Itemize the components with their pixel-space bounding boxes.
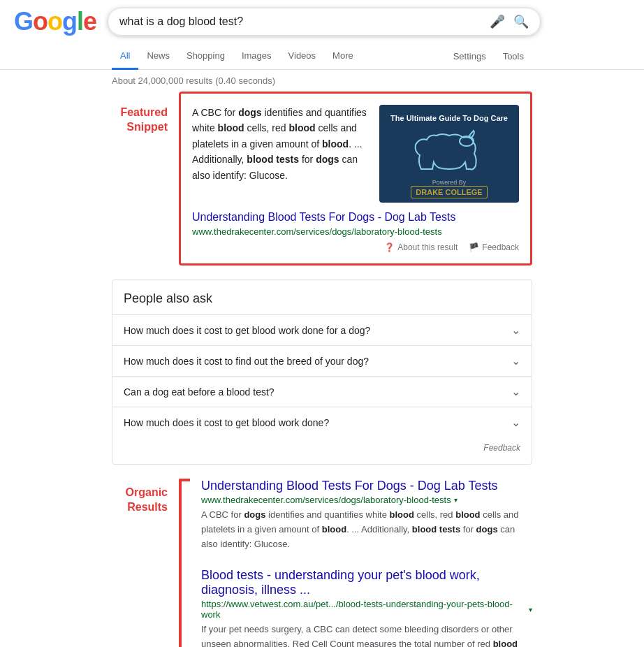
- organic-result-1: Understanding Blood Tests For Dogs - Dog…: [201, 479, 532, 551]
- featured-footer: ❓ About this result 🏴 Feedback: [192, 237, 519, 252]
- about-result-link[interactable]: ❓ About this result: [384, 242, 458, 252]
- results-count: About 24,000,000 results (0.40 seconds): [0, 70, 644, 92]
- featured-content: A CBC for dogs identifies and quantifies…: [192, 105, 519, 203]
- settings-link[interactable]: Settings: [445, 44, 495, 68]
- google-logo[interactable]: Google: [14, 7, 96, 36]
- people-also-ask-section: People also ask How much does it cost to…: [112, 279, 532, 465]
- logo-o2: o: [47, 7, 62, 36]
- logo-o1: o: [33, 7, 47, 36]
- chevron-down-icon-2: ⌄: [511, 354, 520, 368]
- feedback-icon: 🏴: [469, 242, 479, 252]
- result-snippet-2: If your pet needs surgery, a CBC can det…: [201, 623, 532, 647]
- question-text-1: How much does it cost to get blood work …: [124, 325, 370, 336]
- microphone-icon[interactable]: 🎤: [490, 14, 505, 29]
- people-question-3[interactable]: Can a dog eat before a blood test? ⌄: [112, 376, 532, 407]
- main-content: FeaturedSnippet A CBC for dogs identifie…: [0, 92, 644, 647]
- search-bar: 🎤 🔍: [108, 8, 541, 36]
- tools-link[interactable]: Tools: [495, 44, 532, 68]
- feedback-link[interactable]: 🏴 Feedback: [469, 242, 519, 252]
- featured-image-title: The Ultimate Guide To Dog Care: [385, 109, 513, 127]
- feedback-label: Feedback: [482, 242, 519, 252]
- header: Google 🎤 🔍: [0, 0, 644, 43]
- result-dropdown-icon-2[interactable]: ▾: [529, 606, 532, 613]
- question-text-4: How much does it cost to get blood work …: [124, 417, 329, 428]
- question-text-2: How much does it cost to find out the br…: [124, 356, 369, 367]
- about-result-label: About this result: [397, 242, 458, 252]
- result-dropdown-icon-1[interactable]: ▾: [454, 496, 458, 504]
- powered-by-text: Powered By: [432, 179, 467, 186]
- result-snippet-1: A CBC for dogs identifies and quantifies…: [201, 508, 532, 551]
- chevron-down-icon-1: ⌄: [511, 324, 520, 337]
- dog-silhouette-svg: [407, 127, 491, 176]
- featured-result-title[interactable]: Understanding Blood Tests For Dogs - Dog…: [192, 211, 519, 224]
- result-url-1: www.thedrakecenter.com/services/dogs/lab…: [201, 495, 451, 505]
- tab-all[interactable]: All: [112, 43, 138, 70]
- featured-image: The Ultimate Guide To Dog Care Powered B…: [379, 105, 519, 203]
- result-title-1[interactable]: Understanding Blood Tests For Dogs - Dog…: [201, 479, 532, 493]
- organic-results-section: OrganicResults Understanding Blood Tests…: [112, 479, 532, 647]
- logo-l: l: [77, 7, 83, 36]
- people-question-1[interactable]: How much does it cost to get blood work …: [112, 314, 532, 345]
- featured-snippet-text: A CBC for dogs identifies and quantifies…: [192, 105, 368, 203]
- featured-label-text: FeaturedSnippet: [112, 106, 168, 135]
- result-url-row-1: www.thedrakecenter.com/services/dogs/lab…: [201, 495, 532, 505]
- featured-box: A CBC for dogs identifies and quantifies…: [179, 92, 532, 266]
- logo-e: e: [83, 7, 96, 36]
- search-icon[interactable]: 🔍: [513, 14, 529, 29]
- people-question-4[interactable]: How much does it cost to get blood work …: [112, 407, 532, 437]
- tab-images[interactable]: Images: [233, 43, 280, 70]
- result-url-2: https://www.vetwest.com.au/pet.../blood-…: [201, 599, 526, 620]
- tab-more[interactable]: More: [324, 43, 362, 70]
- chevron-down-icon-4: ⌄: [511, 416, 520, 429]
- drake-logo: DRAKE COLLEGE: [411, 186, 487, 198]
- tab-news[interactable]: News: [138, 43, 178, 70]
- tab-shopping[interactable]: Shopping: [178, 43, 233, 70]
- question-icon: ❓: [384, 242, 395, 252]
- featured-label: FeaturedSnippet: [112, 92, 168, 135]
- organic-results-list: Understanding Blood Tests For Dogs - Dog…: [201, 479, 532, 647]
- logo-g: G: [14, 7, 33, 36]
- people-feedback-label[interactable]: Feedback: [112, 437, 532, 453]
- result-url-row-2: https://www.vetwest.com.au/pet.../blood-…: [201, 599, 532, 620]
- organic-label-text: OrganicResults: [112, 486, 168, 515]
- search-icons: 🎤 🔍: [490, 14, 529, 29]
- chevron-down-icon-3: ⌄: [511, 385, 520, 398]
- logo-g2: g: [62, 7, 77, 36]
- nav-tabs: All News Shopping Images Videos More Set…: [0, 43, 644, 70]
- people-also-ask-title: People also ask: [112, 291, 532, 314]
- organic-bracket: [179, 479, 190, 647]
- organic-label: OrganicResults: [112, 479, 168, 515]
- featured-result-url: www.thedrakecenter.com/services/dogs/lab…: [192, 226, 519, 237]
- people-question-2[interactable]: How much does it cost to find out the br…: [112, 345, 532, 376]
- organic-result-2: Blood tests - understanding your pet's b…: [201, 568, 532, 647]
- search-input[interactable]: [119, 15, 490, 28]
- tab-videos[interactable]: Videos: [280, 43, 325, 70]
- result-title-2[interactable]: Blood tests - understanding your pet's b…: [201, 568, 532, 597]
- featured-snippet-section: FeaturedSnippet A CBC for dogs identifie…: [112, 92, 532, 266]
- question-text-3: Can a dog eat before a blood test?: [124, 386, 275, 398]
